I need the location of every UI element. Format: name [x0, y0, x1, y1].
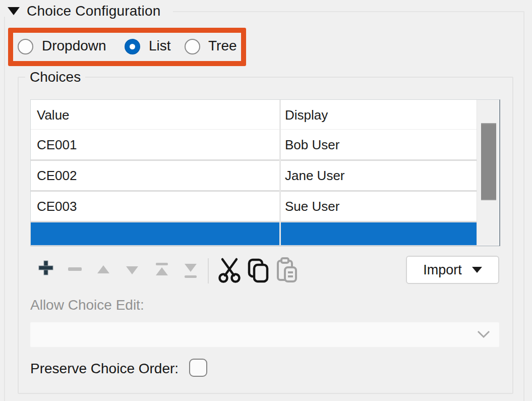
choices-groupbox-label: Choices	[25, 69, 85, 85]
choices-table: Value Display CE001 Bob User CE002 Jane …	[30, 99, 500, 246]
selected-row-display-cell[interactable]	[281, 222, 477, 245]
row-separator	[31, 159, 477, 161]
column-divider[interactable]	[279, 100, 281, 245]
radio-tree[interactable]	[185, 39, 200, 54]
move-to-bottom-button	[185, 264, 197, 279]
move-up-button	[97, 265, 109, 273]
import-button-label: Import	[423, 262, 462, 278]
chevron-down-icon	[477, 330, 490, 339]
preserve-choice-order-label: Preserve Choice Order:	[30, 361, 179, 377]
row-separator	[31, 190, 477, 192]
allow-choice-edit-label: Allow Choice Edit:	[30, 297, 144, 313]
choice-type-radio-group: Dropdown List Tree	[0, 28, 246, 66]
import-button[interactable]: Import	[406, 256, 499, 284]
radio-list-label[interactable]: List	[149, 38, 171, 54]
preserve-choice-order-checkbox[interactable]	[189, 359, 207, 377]
chevron-down-icon	[472, 267, 482, 273]
table-cell-display[interactable]: Bob User	[285, 137, 339, 153]
radio-dropdown[interactable]	[18, 39, 33, 54]
radio-dropdown-label[interactable]: Dropdown	[42, 38, 106, 54]
selected-row-value-cell[interactable]	[31, 222, 279, 245]
table-cell-display[interactable]: Sue User	[285, 199, 339, 214]
table-scrollbar-thumb[interactable]	[481, 123, 496, 200]
choice-configuration-groupbox-border-right	[523, 11, 524, 401]
move-to-top-button	[156, 263, 168, 278]
header-separator	[31, 129, 477, 130]
column-header-display[interactable]: Display	[285, 107, 328, 123]
panel-title: Choice Configuration	[27, 3, 161, 19]
table-cell-value[interactable]: CE002	[37, 168, 77, 184]
toolbar-separator	[208, 258, 209, 283]
allow-choice-edit-combobox[interactable]	[30, 322, 499, 347]
column-header-value[interactable]: Value	[37, 107, 70, 123]
choice-configuration-groupbox-border-left	[4, 17, 5, 401]
copy-icon[interactable]	[247, 258, 269, 283]
paste-icon	[276, 257, 298, 283]
table-cell-display[interactable]: Jane User	[285, 168, 345, 184]
table-scrollbar-track[interactable]	[477, 100, 499, 245]
choice-configuration-groupbox-border	[173, 11, 524, 12]
radio-tree-label[interactable]: Tree	[208, 38, 237, 54]
table-cell-value[interactable]: CE003	[37, 199, 77, 214]
add-row-button[interactable]	[38, 260, 53, 275]
move-down-button	[126, 266, 138, 274]
cut-icon[interactable]	[218, 257, 241, 283]
radio-list[interactable]	[125, 39, 140, 54]
collapse-expander-icon[interactable]	[8, 7, 20, 15]
table-cell-value[interactable]: CE001	[37, 137, 77, 153]
